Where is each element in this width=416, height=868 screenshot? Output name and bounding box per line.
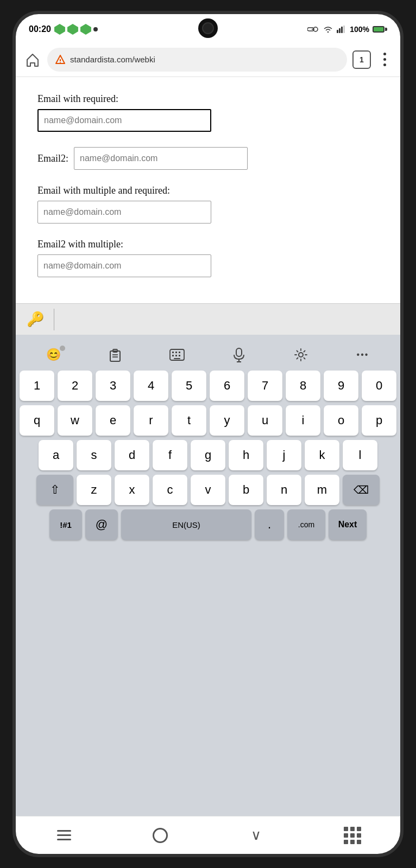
keyboard-area: 😊 — [16, 335, 400, 816]
status-left: 00:20 — [29, 24, 98, 35]
wifi-icon — [323, 25, 333, 34]
key-e[interactable]: e — [96, 405, 130, 436]
android-icon-1 — [54, 24, 65, 35]
email-required-input[interactable] — [37, 109, 211, 132]
address-text: standardista.com/webki — [70, 55, 339, 64]
more-button[interactable]: ••• — [349, 343, 377, 366]
key-0[interactable]: 0 — [362, 371, 396, 401]
svg-rect-6 — [343, 25, 345, 33]
email2-label: Email2: — [37, 153, 68, 164]
emoji-badge — [60, 346, 65, 351]
svg-rect-20 — [174, 358, 180, 359]
key-w[interactable]: w — [58, 405, 92, 436]
key-u[interactable]: u — [248, 405, 282, 436]
key-z[interactable]: z — [77, 475, 111, 505]
email2-multiple-label: Email2 with multiple: — [37, 239, 379, 250]
key-g[interactable]: g — [191, 440, 225, 470]
status-right: 100% — [307, 25, 387, 34]
key-s[interactable]: s — [77, 440, 111, 470]
email-multiple-required-input[interactable] — [37, 201, 211, 224]
keyboard-switch-button[interactable] — [163, 343, 191, 366]
svg-rect-18 — [175, 355, 177, 356]
email2-input[interactable] — [74, 147, 248, 170]
vpn-divider — [54, 309, 54, 330]
key-7[interactable]: 7 — [248, 371, 282, 401]
key-5[interactable]: 5 — [172, 371, 206, 401]
key-r[interactable]: r — [134, 405, 168, 436]
key-h[interactable]: h — [229, 440, 263, 470]
svg-rect-3 — [337, 30, 338, 33]
svg-rect-14 — [172, 352, 174, 353]
menu-button[interactable] — [376, 52, 393, 68]
key-9[interactable]: 9 — [324, 371, 358, 401]
svg-point-24 — [299, 353, 303, 357]
key-d[interactable]: d — [115, 440, 149, 470]
nav-menu-button[interactable] — [48, 822, 80, 849]
home-nav-icon — [153, 828, 168, 843]
nav-keyboard-button[interactable] — [336, 822, 369, 849]
battery-icon — [373, 26, 387, 33]
key-2[interactable]: 2 — [58, 371, 92, 401]
clipboard-icon — [108, 348, 122, 362]
key-f[interactable]: f — [153, 440, 187, 470]
key-k[interactable]: k — [305, 440, 339, 470]
camera-lens — [202, 22, 214, 34]
nav-back-button[interactable]: ∨ — [240, 822, 273, 849]
key-x[interactable]: x — [115, 475, 149, 505]
clipboard-button[interactable] — [101, 343, 129, 366]
address-bar[interactable]: standardista.com/webki — [47, 48, 347, 72]
key-3[interactable]: 3 — [96, 371, 130, 401]
key-a[interactable]: a — [39, 440, 73, 470]
key-j[interactable]: j — [267, 440, 301, 470]
chevron-down-icon: ∨ — [251, 827, 261, 844]
key-l[interactable]: l — [343, 440, 377, 470]
svg-rect-15 — [175, 352, 177, 353]
bottom-row: !#1 @ EN(US) . .com Next — [18, 509, 398, 540]
home-button[interactable] — [23, 50, 42, 69]
key-v[interactable]: v — [191, 475, 225, 505]
notification-dot — [93, 27, 98, 31]
emoji-button[interactable]: 😊 — [39, 343, 67, 366]
key-n[interactable]: n — [267, 475, 301, 505]
battery-percentage: 100% — [350, 25, 369, 34]
dotcom-key[interactable]: .com — [287, 509, 325, 540]
status-bar: 00:20 — [16, 14, 400, 42]
key-p[interactable]: p — [362, 405, 396, 436]
key-y[interactable]: y — [210, 405, 244, 436]
key-b[interactable]: b — [229, 475, 263, 505]
key-i[interactable]: i — [286, 405, 320, 436]
nav-home-button[interactable] — [144, 822, 177, 849]
period-key[interactable]: . — [255, 509, 284, 540]
key-4[interactable]: 4 — [134, 371, 168, 401]
key-q[interactable]: q — [20, 405, 54, 436]
delete-key[interactable]: ⌫ — [343, 475, 380, 505]
asdf-row: a s d f g h j k l — [18, 440, 398, 470]
vpn-key-icon: 🔑 — [27, 311, 44, 328]
tab-button[interactable]: 1 — [352, 50, 371, 69]
menu-dot-3 — [383, 63, 386, 66]
form-group-email2: Email2: — [37, 147, 379, 170]
at-key[interactable]: @ — [85, 509, 118, 540]
shift-key[interactable]: ⇧ — [36, 475, 73, 505]
menu-dot-2 — [383, 58, 386, 61]
key-c[interactable]: c — [153, 475, 187, 505]
microphone-button[interactable] — [225, 343, 253, 366]
key-1[interactable]: 1 — [20, 371, 54, 401]
svg-rect-4 — [339, 28, 341, 33]
key-o[interactable]: o — [324, 405, 358, 436]
email2-multiple-input[interactable] — [37, 254, 211, 277]
key-m[interactable]: m — [305, 475, 339, 505]
key-6[interactable]: 6 — [210, 371, 244, 401]
svg-rect-5 — [341, 27, 343, 33]
settings-button[interactable] — [287, 343, 315, 366]
key-t[interactable]: t — [172, 405, 206, 436]
svg-rect-19 — [179, 355, 180, 356]
status-icons — [54, 24, 98, 35]
symbols-key[interactable]: !#1 — [49, 509, 82, 540]
space-key[interactable]: EN(US) — [121, 509, 251, 540]
next-key[interactable]: Next — [329, 509, 367, 540]
form-group-email-multiple-required: Email with multiple and required: — [37, 185, 379, 224]
key-8[interactable]: 8 — [286, 371, 320, 401]
number-row: 1 2 3 4 5 6 7 8 9 0 — [18, 371, 398, 401]
browser-bar: standardista.com/webki 1 — [16, 42, 400, 77]
